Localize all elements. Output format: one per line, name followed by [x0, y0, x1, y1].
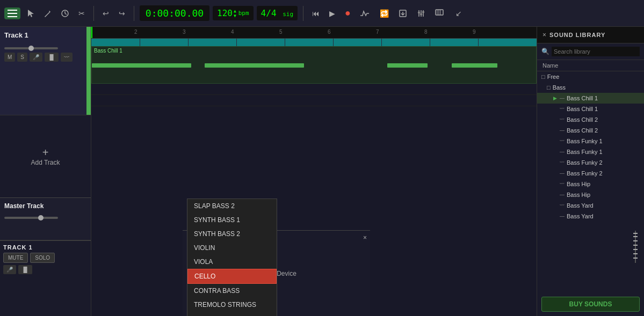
left-panel: Track 1 M S 🎤 ▐▌ 〰 + Add Track Master Tr… — [0, 27, 91, 316]
clock-tool-button[interactable] — [58, 8, 72, 19]
loop-button[interactable]: 🔁 — [377, 7, 392, 20]
svg-rect-14 — [422, 11, 424, 13]
pencil-tool-button[interactable] — [41, 8, 55, 19]
h-line-1 — [91, 94, 537, 95]
svg-rect-1 — [8, 13, 17, 14]
undo-button[interactable]: ↩ — [99, 7, 112, 20]
sl-item-bass-yard-alt[interactable]: — Bass Yard — [537, 211, 644, 222]
sl-item-label: Free — [547, 74, 560, 80]
track1-volume[interactable] — [4, 47, 58, 49]
track1-bot-mic[interactable]: 🎤 — [3, 265, 16, 274]
svg-rect-25 — [633, 253, 638, 254]
sl-item-bass-funky1[interactable]: 〰 Bass Funky 1 — [537, 136, 644, 146]
sl-item-bass-chill1-folder[interactable]: ▶ — Bass Chill 1 — [537, 93, 644, 104]
track1-green-bar — [86, 27, 91, 115]
dash-icon: — — [560, 149, 565, 155]
redo-button[interactable]: ↪ — [115, 7, 128, 20]
sl-item-bass[interactable]: □ Bass — [537, 82, 644, 93]
sl-item-bass-funky2[interactable]: 〰 Bass Funky 2 — [537, 157, 644, 168]
instruments-button[interactable] — [432, 7, 449, 20]
separator-1 — [93, 6, 94, 21]
record-button[interactable]: ● — [342, 5, 354, 21]
sl-item-bass-chill2-alt[interactable]: — Bass Chill 2 — [537, 125, 644, 136]
automation-button[interactable] — [357, 8, 373, 19]
track1-m-button[interactable]: M — [4, 53, 15, 62]
sl-items-list: □ Free □ Bass ▶ — Bass Chill 1 〰 Bass Ch… — [537, 71, 644, 292]
wave-icon: 〰 — [560, 138, 565, 144]
track1-bot-eq[interactable]: ▐▌ — [18, 265, 32, 274]
svg-rect-21 — [633, 236, 638, 237]
dd-item-pizzicato[interactable]: PIZZICATO STRINGS — [187, 312, 277, 316]
ruler-marker-5: 5 — [279, 29, 283, 35]
bpm-display[interactable]: 120 ▲ ▼ bpm — [213, 6, 254, 20]
svg-rect-2 — [8, 16, 17, 17]
sl-item-bass-chill2-wave[interactable]: 〰 Bass Chill 2 — [537, 114, 644, 125]
undo2-button[interactable]: ↙ — [452, 7, 465, 20]
sl-item-bass-chill1-wave[interactable]: 〰 Bass Chill 1 — [537, 104, 644, 114]
dd-item-tremolo[interactable]: TREMOLO STRINGS — [187, 298, 277, 312]
ruler-marker-6: 6 — [328, 29, 331, 35]
bpm-arrows[interactable]: ▲ ▼ — [234, 9, 236, 18]
sl-item-bass-hip[interactable]: 〰 Bass Hip — [537, 179, 644, 189]
dd-item-slap-bass2[interactable]: SLAP BASS 2 — [187, 199, 277, 213]
svg-line-6 — [65, 13, 67, 14]
wave-icon: 〰 — [560, 106, 565, 112]
time-sig-display: 4/4 sig — [257, 6, 298, 20]
dd-item-viola[interactable]: VIOLA — [187, 255, 277, 269]
track1-s-button[interactable]: S — [17, 53, 27, 62]
export-button[interactable] — [395, 7, 410, 20]
device-close-button[interactable]: × — [363, 234, 367, 241]
dash-icon: — — [560, 171, 565, 176]
svg-rect-13 — [420, 13, 422, 15]
track1-controls: M S 🎤 ▐▌ 〰 — [4, 53, 86, 62]
dd-item-contra-bass[interactable]: CONTRA BASS — [187, 284, 277, 298]
ruler-marker-4: 4 — [231, 29, 234, 35]
sl-item-bass-yard[interactable]: 〰 Bass Yard — [537, 200, 644, 211]
sl-item-label: Bass Chill 1 — [567, 95, 598, 101]
dd-item-synth-bass1[interactable]: SYNTH BASS 1 — [187, 213, 277, 227]
sl-item-label: Bass Funky 2 — [567, 159, 603, 166]
h-line-2 — [91, 106, 537, 106]
master-track-header: Master Track — [0, 197, 91, 240]
bpm-down-icon[interactable]: ▼ — [234, 13, 236, 18]
wave-seg-3 — [387, 63, 428, 68]
mixer-button[interactable] — [414, 7, 429, 20]
solo-button[interactable]: SOLO — [30, 253, 55, 263]
wave-icon: 〰 — [560, 203, 565, 208]
wave-seg-2 — [205, 63, 304, 68]
toolbar: ✂ ↩ ↪ 0:00:00.00 120 ▲ ▼ bpm 4/4 sig ⏮ ▶… — [0, 0, 644, 27]
sl-close-button[interactable]: × — [542, 31, 546, 39]
dd-item-cello[interactable]: CELLO — [187, 269, 277, 284]
svg-rect-26 — [633, 258, 638, 259]
wave-icon: 〰 — [560, 117, 565, 122]
skip-start-button[interactable]: ⏮ — [309, 7, 323, 20]
track1-mic-button[interactable]: 🎤 — [30, 53, 42, 62]
sl-item-bass-funky1-alt[interactable]: — Bass Funky 1 — [537, 146, 644, 157]
select-tool-button[interactable] — [24, 7, 38, 20]
search-icon: 🔍 — [541, 48, 549, 55]
master-volume[interactable] — [4, 217, 58, 219]
sl-item-bass-hip-alt[interactable]: — Bass Hip — [537, 189, 644, 200]
sl-item-bass-funky2-alt[interactable]: — Bass Funky 2 — [537, 168, 644, 179]
timeline: 2 3 4 5 6 7 8 9 Bass Chill 1 — [91, 27, 537, 316]
track1-wave-button[interactable]: 〰 — [61, 53, 73, 62]
play-button[interactable]: ▶ — [326, 7, 338, 20]
menu-button[interactable] — [4, 8, 20, 19]
buy-sounds-button[interactable]: BUY SOUNDS — [541, 297, 640, 312]
sl-item-label: Bass Chill 1 — [567, 106, 598, 112]
add-track-area[interactable]: + Add Track — [0, 115, 91, 197]
svg-rect-15 — [436, 10, 443, 15]
dd-item-violin[interactable]: VIOLIN — [187, 241, 277, 255]
scissors-tool-button[interactable]: ✂ — [75, 7, 88, 20]
bpm-up-icon[interactable]: ▲ — [234, 9, 236, 13]
svg-rect-23 — [633, 245, 638, 246]
playhead — [91, 27, 92, 38]
mute-button[interactable]: MUTE — [3, 253, 28, 263]
main-clip[interactable]: Bass Chill 1 — [91, 46, 537, 84]
sl-item-free[interactable]: □ Free — [537, 71, 644, 82]
dash-icon: — — [560, 95, 565, 101]
dd-item-synth-bass2[interactable]: SYNTH BASS 2 — [187, 227, 277, 241]
sl-item-label: Bass Yard — [567, 202, 594, 209]
track1-eq-button[interactable]: ▐▌ — [45, 53, 59, 62]
search-input[interactable] — [552, 47, 640, 56]
